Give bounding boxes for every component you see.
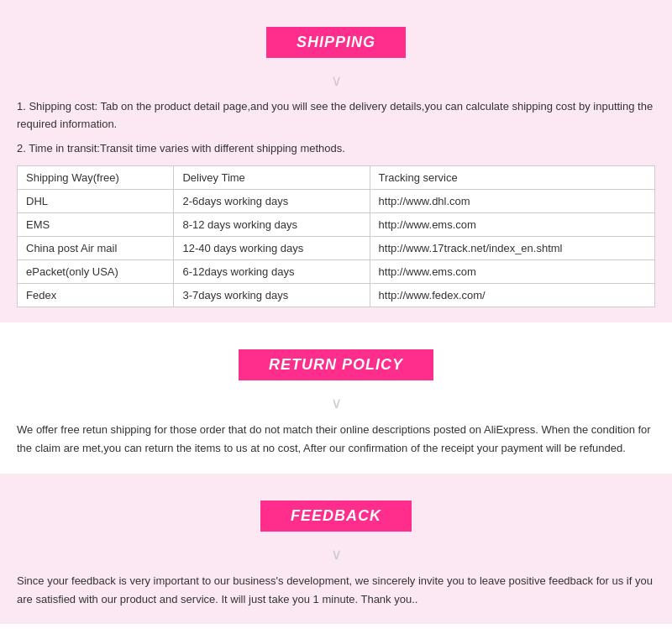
feedback-chevron: ∨ <box>17 540 655 572</box>
return-policy-section: RETURN POLICY ∨ We offer free retun ship… <box>0 322 672 473</box>
table-cell: http://www.dhl.com <box>370 190 654 213</box>
table-cell: 2-6days working days <box>174 190 370 213</box>
table-cell: Fedex <box>18 284 174 307</box>
col-header-time: Delivey Time <box>174 166 370 190</box>
return-policy-banner-container: RETURN POLICY <box>17 334 655 389</box>
table-header-row: Shipping Way(free) Delivey Time Tracking… <box>18 166 655 190</box>
shipping-intro-1: 1. Shipping cost: Tab on the product det… <box>17 98 655 134</box>
table-cell: http://www.ems.com <box>370 260 654 284</box>
shipping-banner: SHIPPING <box>266 27 406 58</box>
table-cell: EMS <box>18 213 174 237</box>
feedback-banner: FEEDBACK <box>260 501 412 532</box>
shipping-chevron: ∨ <box>17 66 655 98</box>
shipping-table: Shipping Way(free) Delivey Time Tracking… <box>17 165 655 307</box>
table-row: Fedex3-7days working dayshttp://www.fede… <box>18 284 655 307</box>
table-cell: 6-12days working days <box>174 260 370 284</box>
feedback-section: FEEDBACK ∨ Since your feedback is very i… <box>0 474 672 624</box>
table-cell: 12-40 days working days <box>174 237 370 260</box>
shipping-section: SHIPPING ∨ 1. Shipping cost: Tab on the … <box>0 0 672 322</box>
table-cell: http://www.fedex.com/ <box>370 284 654 307</box>
table-cell: 8-12 days working days <box>174 213 370 237</box>
table-cell: ePacket(only USA) <box>18 260 174 284</box>
table-cell: 3-7days working days <box>174 284 370 307</box>
col-header-tracking: Tracking service <box>370 166 654 190</box>
table-cell: http://www.17track.net/index_en.shtml <box>370 237 654 260</box>
return-policy-banner: RETURN POLICY <box>239 349 433 380</box>
shipping-banner-container: SHIPPING <box>17 12 655 66</box>
table-row: EMS8-12 days working dayshttp://www.ems.… <box>18 213 655 237</box>
return-policy-chevron: ∨ <box>17 389 655 421</box>
return-policy-text: We offer free retun shipping for those o… <box>17 421 655 458</box>
shipping-intro-2: 2. Time in transit:Transit time varies w… <box>17 140 655 158</box>
feedback-text: Since your feedback is very important to… <box>17 572 655 609</box>
table-row: China post Air mail12-40 days working da… <box>18 237 655 260</box>
table-cell: http://www.ems.com <box>370 213 654 237</box>
table-cell: DHL <box>18 190 174 213</box>
table-cell: China post Air mail <box>18 237 174 260</box>
feedback-banner-container: FEEDBACK <box>17 485 655 540</box>
col-header-way: Shipping Way(free) <box>18 166 174 190</box>
table-row: ePacket(only USA)6-12days working daysht… <box>18 260 655 284</box>
table-row: DHL2-6days working dayshttp://www.dhl.co… <box>18 190 655 213</box>
